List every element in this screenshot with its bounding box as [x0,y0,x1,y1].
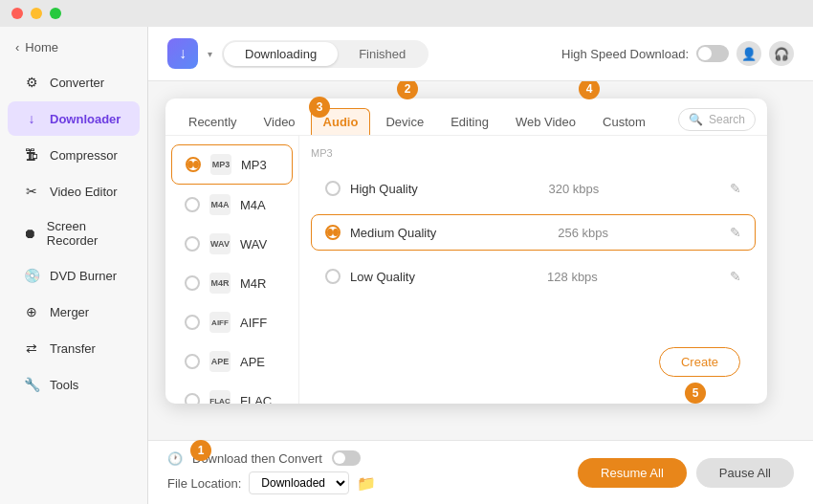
sidebar-label-screen-recorder: Screen Recorder [47,219,124,248]
format-item-mp3[interactable]: MP3 MP3 [171,144,293,185]
sidebar: ‹ Home ⚙ Converter ↓ Downloader 🗜 Compre… [0,27,148,504]
maximize-button[interactable] [50,8,61,19]
badge-5: 5 [685,383,706,404]
transfer-icon: ⇄ [23,340,40,357]
mp3-label: MP3 [241,158,267,172]
format-tabs: Recently Video Audio Device Editing Web … [165,99,767,136]
badge-1: 1 [190,440,211,461]
high-quality-edit-icon[interactable]: ✎ [730,181,741,196]
search-box[interactable]: 🔍 Search [678,108,756,131]
search-placeholder: Search [709,113,745,126]
pause-all-button[interactable]: Pause All [696,458,794,488]
tab-device[interactable]: Device [374,108,435,135]
download-convert-row: 🕐 1 Download then Convert [167,450,376,466]
low-quality-kbps: 128 kbps [547,270,598,284]
m4a-label: M4A [240,198,266,212]
low-quality-edit-icon[interactable]: ✎ [730,269,741,284]
close-button[interactable] [11,8,23,19]
ape-label: APE [240,355,265,369]
file-location-select[interactable]: Downloaded [249,471,349,494]
low-quality-label: Low Quality [350,270,415,284]
sidebar-item-converter[interactable]: ⚙ Converter [8,65,140,99]
medium-quality-kbps: 256 kbps [558,226,608,240]
sidebar-label-downloader: Downloader [50,112,121,126]
sidebar-label-video-editor: Video Editor [50,185,118,199]
mp3-icon: MP3 [210,154,231,175]
tools-icon: 🔧 [23,376,40,393]
low-quality-radio [325,269,341,284]
tab-finished[interactable]: Finished [338,42,427,66]
flac-icon: FLAC [209,390,231,404]
tab-group: Downloading Finished [222,40,428,68]
tab-editing[interactable]: Editing [439,108,500,135]
resume-all-button[interactable]: Resume All [578,458,687,488]
wav-icon: WAV [209,233,231,254]
sidebar-label-converter: Converter [50,76,104,90]
tab-downloading[interactable]: Downloading [224,42,338,66]
format-item-m4a[interactable]: M4A M4A [171,186,293,224]
compressor-icon: 🗜 [23,146,40,164]
support-icon[interactable]: 🎧 [769,41,794,66]
tab-custom[interactable]: Custom [591,108,657,135]
quality-item-low[interactable]: Low Quality 128 kbps ✎ [311,258,756,295]
top-bar-right: High Speed Download: 👤 🎧 [561,41,794,66]
ape-radio [185,354,200,369]
file-location-row: File Location: Downloaded 📁 [167,471,376,494]
quality-item-medium[interactable]: Medium Quality 256 kbps ✎ [311,214,756,251]
tab-web-video[interactable]: Web Video [504,108,587,135]
folder-icon[interactable]: 📁 [357,474,376,493]
create-button[interactable]: Create [659,347,740,377]
sidebar-home[interactable]: ‹ Home [0,34,147,64]
user-icon[interactable]: 👤 [736,41,761,66]
tab-video[interactable]: Video [253,108,307,135]
home-label: Home [25,40,58,55]
tab-recently[interactable]: Recently [177,108,249,135]
sidebar-item-downloader[interactable]: ↓ Downloader [8,101,140,136]
aiff-label: AIFF [240,316,267,330]
app-icon-symbol: ↓ [179,45,187,62]
format-item-ape[interactable]: APE APE [171,342,293,381]
downloader-icon: ↓ [23,110,40,127]
app-icon-chevron[interactable]: ▾ [208,49,212,59]
chevron-left-icon: ‹ [15,40,19,55]
high-quality-left: High Quality [325,181,418,196]
format-item-m4r[interactable]: M4R M4R [171,264,293,302]
content-area: Recently Video Audio Device Editing Web … [148,81,813,440]
sidebar-label-dvd-burner: DVD Burner [50,269,117,283]
download-convert-label: Download then Convert [192,451,322,466]
high-quality-label: High Quality [350,182,418,196]
format-label-small: MP3 [311,147,756,159]
sidebar-label-merger: Merger [50,305,89,319]
sidebar-item-merger[interactable]: ⊕ Merger [8,295,140,329]
download-convert-toggle[interactable] [332,450,361,466]
badge-3: 3 [309,97,330,118]
medium-quality-edit-icon[interactable]: ✎ [730,225,741,240]
high-speed-label: High Speed Download: [561,47,689,61]
minimize-button[interactable] [31,8,42,19]
medium-quality-label: Medium Quality [350,226,436,240]
sidebar-item-dvd-burner[interactable]: 💿 DVD Burner [8,258,140,293]
mp3-radio [186,157,201,172]
format-item-wav[interactable]: WAV WAV [171,225,293,263]
wav-radio [185,236,200,252]
high-speed-toggle[interactable] [696,45,729,62]
sidebar-item-tools[interactable]: 🔧 Tools [8,367,140,402]
bottom-right: Resume All Pause All [578,458,794,488]
clock-icon: 🕐 [167,451,183,466]
quality-item-high[interactable]: High Quality 320 kbps ✎ [311,170,756,207]
app-icon: ↓ [167,38,198,69]
bottom-left: 🕐 1 Download then Convert File Location:… [167,450,376,494]
sidebar-item-transfer[interactable]: ⇄ Transfer [8,331,140,365]
quality-panel: MP3 High Quality 320 kbps ✎ [299,136,767,404]
sidebar-item-compressor[interactable]: 🗜 Compressor [8,138,140,172]
sidebar-item-video-editor[interactable]: ✂ Video Editor [8,174,140,208]
format-list: MP3 MP3 M4A M4A WAV [165,136,299,404]
search-icon: 🔍 [689,113,703,126]
format-item-flac[interactable]: FLAC FLAC [171,382,293,404]
format-item-aiff[interactable]: AIFF AIFF [171,303,293,341]
converter-icon: ⚙ [23,74,40,91]
title-bar [0,0,813,27]
merger-icon: ⊕ [23,303,40,320]
sidebar-item-screen-recorder[interactable]: ⏺ Screen Recorder [8,210,140,256]
sidebar-label-tools: Tools [50,378,78,392]
